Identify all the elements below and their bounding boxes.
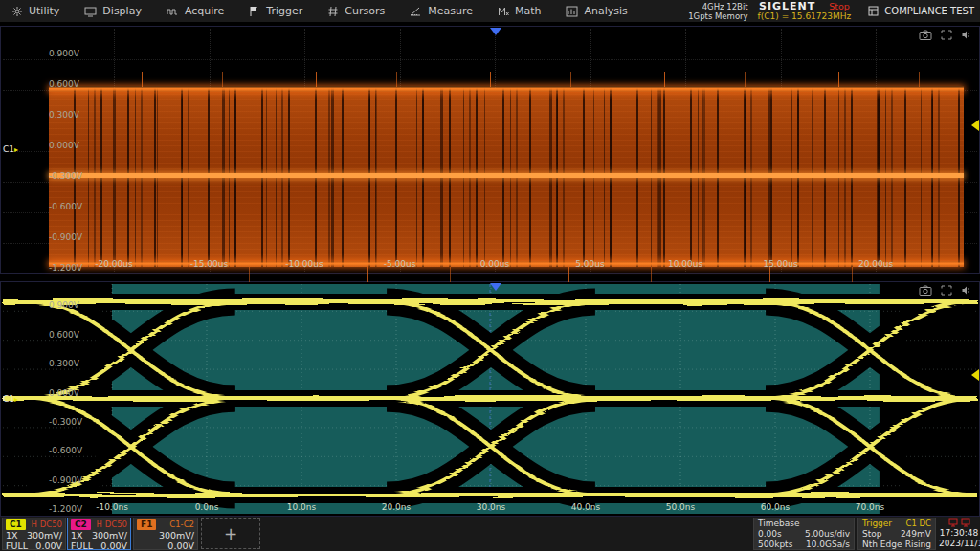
menu-label: Acquire: [185, 5, 224, 17]
audio-icon[interactable]: [961, 30, 971, 40]
x-tick-label: 60.0ns: [746, 502, 804, 512]
c2-bwlimit: FULL: [71, 540, 93, 551]
x-tick-label: 5.00us: [562, 259, 619, 269]
clock-box[interactable]: 17:30:48 2023/11/1: [939, 518, 979, 550]
plus-icon: +: [224, 524, 237, 543]
oscilloscope-screen: Utility Display Acquire Trigger Cursors …: [0, 0, 980, 551]
eye-diagram-plot: C1▸ -10.0ns0.0ns10.0ns20.0ns30.0ns40.0ns…: [0, 281, 980, 517]
expand-icon[interactable]: [941, 30, 952, 40]
c1-bwlimit: FULL: [6, 540, 28, 551]
c1-offset-marker[interactable]: C1▸: [3, 394, 18, 404]
y-tick-label: -0.900V: [49, 475, 82, 485]
x-tick-label: 0.0ns: [178, 502, 235, 512]
gear-icon: [11, 6, 23, 17]
gridline: [3, 59, 977, 60]
f1-source: C1-C2: [169, 519, 194, 530]
camera-icon[interactable]: [919, 30, 932, 40]
cursors-icon: [327, 6, 339, 17]
c1-marker-label: C1: [3, 144, 14, 154]
waveform-overshoot-bottom: [49, 267, 964, 282]
math-icon: [498, 6, 509, 17]
y-tick-label: 0.000V: [49, 141, 79, 150]
timebase-rate: 10.0GSa/s: [806, 540, 850, 550]
trigger-level-marker[interactable]: [971, 369, 979, 381]
x-tick-label: -5.00us: [371, 259, 429, 269]
menu-bar-right: 4GHz 12Bit 1Gpts Memory SIGLENT Stop f(C…: [688, 1, 980, 22]
add-trace-button[interactable]: +: [201, 518, 260, 549]
brand-block: SIGLENT Stop f(C1) = 15.61723MHz: [758, 1, 852, 22]
display-icon: [84, 6, 97, 17]
y-tick-label: -1.200V: [49, 504, 82, 514]
trigger-flag-icon: [249, 6, 260, 17]
camera-icon[interactable]: [919, 285, 932, 296]
network-status: [939, 518, 979, 528]
app-window-icon: [868, 6, 879, 16]
c1-offset-marker[interactable]: C1▸: [3, 144, 18, 154]
memory-label: 1Gpts Memory: [688, 11, 747, 21]
audio-icon[interactable]: [961, 285, 971, 296]
trigger-position-marker[interactable]: [490, 283, 501, 291]
marker-arrow-icon: ▸: [14, 145, 18, 154]
trigger-box[interactable]: TriggerC1 DC Stop249mV Nth EdgeRising: [858, 518, 936, 550]
lan-icon: [948, 518, 958, 527]
expand-icon[interactable]: [941, 285, 952, 296]
c2-probe: 1X: [71, 530, 83, 540]
trigger-type: Nth Edge: [862, 540, 902, 550]
menu-trigger[interactable]: Trigger: [237, 0, 316, 23]
trigger-level-marker[interactable]: [971, 120, 979, 131]
clock-time: 17:30:48: [939, 528, 979, 539]
y-tick-label: -0.600V: [49, 202, 82, 211]
f1-scale: 300mV/: [159, 530, 194, 540]
c1-scale: 300mV/: [27, 530, 62, 540]
x-tick-label: 10.00us: [657, 259, 714, 269]
y-tick-label: 0.600V: [49, 330, 79, 340]
system-info: 4GHz 12Bit 1Gpts Memory: [688, 2, 747, 21]
plot-toolbar: [919, 285, 971, 296]
f1-badge: F1: [137, 519, 156, 530]
x-tick-label: 10.0ns: [273, 502, 330, 512]
menu-utility[interactable]: Utility: [0, 0, 73, 23]
trigger-position-marker[interactable]: [490, 28, 501, 35]
menu-label: Cursors: [345, 5, 385, 17]
timebase-delay: 0.00s: [758, 529, 782, 540]
y-tick-label: -0.900V: [49, 232, 82, 242]
menu-display[interactable]: Display: [73, 0, 155, 23]
menu-analysis[interactable]: Analysis: [554, 0, 640, 23]
timebase-box[interactable]: Timebase 0.00s5.00us/div 500kpts10.0GSa/…: [753, 518, 855, 550]
menu-measure[interactable]: Measure: [398, 0, 486, 23]
x-tick-label: -10.00us: [276, 259, 333, 269]
menu-acquire[interactable]: Acquire: [155, 0, 237, 23]
plot-toolbar: [919, 30, 971, 40]
acquisition-status[interactable]: Stop: [829, 1, 850, 11]
waveform-record-plot: C1▸ -20.00us-15.00us-10.00us-5.00us0.00u…: [0, 26, 980, 274]
c1-probe: 1X: [6, 530, 18, 540]
frequency-readout: f(C1) = 15.61723MHz: [758, 11, 852, 22]
channel-box-c1[interactable]: C1H DC50 1X300mV/ FULL0.00V: [2, 518, 66, 550]
compliance-app-button[interactable]: COMPLIANCE TEST: [860, 6, 974, 16]
menu-label: Measure: [428, 5, 473, 17]
f1-offset: 0.00V: [167, 540, 194, 551]
waveform-overshoot-top: [49, 72, 964, 87]
app-name-label: COMPLIANCE TEST: [884, 6, 974, 16]
waveform-top-rail: [49, 86, 964, 92]
menu-label: Trigger: [266, 5, 302, 17]
trigger-source: C1 DC: [905, 518, 931, 529]
menu-cursors[interactable]: Cursors: [316, 0, 398, 23]
timebase-title: Timebase: [758, 518, 799, 529]
menu-label: Utility: [29, 5, 59, 17]
channel-box-f1[interactable]: F1C1-C2 300mV/ 0.00V: [133, 518, 198, 550]
c2-badge: C2: [71, 519, 91, 530]
c1-marker-label: C1: [3, 394, 14, 404]
bandwidth-label: 4GHz 12Bit: [688, 2, 747, 11]
c2-offset: 0.00V: [100, 540, 127, 551]
y-tick-label: 0.600V: [49, 79, 79, 89]
c1-coupling: H DC50: [32, 519, 62, 530]
x-tick-label: 20.0ns: [368, 502, 425, 512]
channel-box-c2[interactable]: C2H DC50 1X300mV/ FULL0.00V: [67, 518, 131, 550]
menu-math[interactable]: Math: [486, 0, 555, 23]
y-tick-label: 0.000V: [49, 388, 79, 398]
brand-logo: SIGLENT: [759, 1, 815, 11]
c2-scale: 300mV/: [92, 530, 127, 540]
x-tick-label: 40.0ns: [557, 502, 614, 512]
x-tick-label: 50.0ns: [652, 502, 709, 512]
